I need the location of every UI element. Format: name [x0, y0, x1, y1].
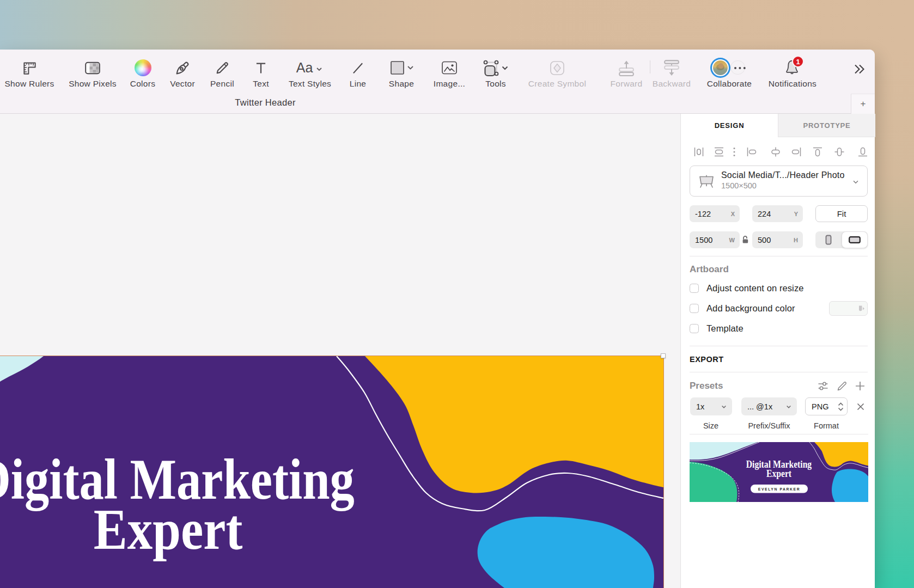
svg-text:Expert: Expert [766, 468, 791, 479]
svg-text:EVELYN PARKER: EVELYN PARKER [758, 487, 800, 491]
